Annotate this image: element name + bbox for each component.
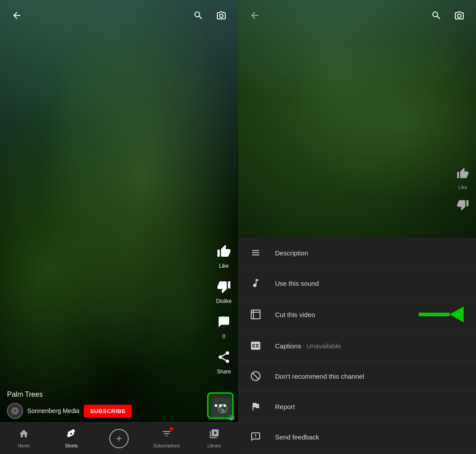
menu-item-send-feedback[interactable]: Send feedback [238, 422, 476, 452]
more-button[interactable] [207, 392, 234, 419]
share-action[interactable]: Share [214, 347, 234, 375]
menu-list: Description Use this sound Cut this vide… [238, 238, 476, 452]
like-action-right[interactable]: Like [457, 167, 469, 190]
top-bar-right [238, 0, 476, 31]
channel-avatar[interactable] [7, 403, 23, 419]
notification-dot [170, 427, 173, 431]
menu-item-description[interactable]: Description [238, 238, 476, 268]
use-sound-icon [249, 276, 263, 290]
cut-video-icon [249, 307, 263, 321]
share-icon [214, 347, 234, 367]
home-icon [19, 428, 29, 442]
green-arrow [419, 306, 465, 322]
top-bar-left [0, 0, 238, 31]
send-feedback-icon [249, 430, 263, 444]
like-label: Like [219, 263, 229, 269]
search-button-right[interactable] [427, 6, 446, 25]
menu-item-cut-video[interactable]: Cut this video [238, 299, 476, 331]
add-icon: + [109, 429, 129, 448]
comment-count: 0 [223, 333, 226, 340]
camera-button[interactable] [212, 6, 231, 25]
arrow-head [450, 306, 464, 322]
like-icon [214, 242, 234, 261]
dont-recommend-label: Don't recommend this channel [275, 373, 465, 380]
left-background [0, 0, 238, 454]
shorts-label: Shorts [65, 443, 78, 448]
share-label: Share [217, 369, 231, 375]
subscriptions-icon [161, 428, 172, 442]
dislike-label: Dislike [216, 298, 231, 304]
search-button[interactable] [189, 6, 208, 25]
more-button-container [207, 392, 234, 419]
menu-item-use-sound[interactable]: Use this sound [238, 268, 476, 299]
cut-video-label: Cut this video [275, 311, 406, 318]
description-icon [249, 246, 263, 260]
library-icon [209, 428, 219, 442]
shorts-icon [66, 428, 77, 442]
svg-rect-0 [251, 310, 260, 319]
arrow-body [419, 313, 450, 316]
subscriptions-label: Subscriptions [153, 443, 180, 448]
home-label: Home [18, 443, 30, 448]
camera-button-right[interactable] [450, 6, 469, 25]
svg-line-4 [253, 373, 259, 379]
dislike-icon-right [457, 199, 469, 214]
description-label: Description [275, 249, 465, 257]
library-label: Library [208, 443, 221, 448]
video-title: Palm Trees [7, 391, 132, 399]
right-actions: Like [457, 167, 469, 214]
comment-icon [214, 312, 234, 332]
captions-icon [249, 339, 263, 353]
report-label: Report [275, 403, 465, 410]
channel-row: Sonnenberg Media SUBSCRIBE [7, 403, 132, 419]
top-bar-right-icons-right [427, 6, 469, 25]
like-action[interactable]: Like [214, 242, 234, 269]
send-feedback-label: Send feedback [275, 433, 465, 441]
dislike-icon [214, 277, 234, 296]
bottom-nav: Home Shorts + Subscriptions Library [0, 422, 238, 454]
menu-item-dont-recommend[interactable]: Don't recommend this channel [238, 361, 476, 391]
channel-info: Palm Trees Sonnenberg Media SUBSCRIBE [7, 391, 132, 419]
right-background [238, 0, 476, 238]
comment-action[interactable]: 0 [214, 312, 234, 340]
back-button-right[interactable] [245, 6, 264, 25]
channel-name[interactable]: Sonnenberg Media [27, 407, 79, 414]
left-panel: Like Dislike 0 Share [0, 0, 238, 454]
menu-item-report[interactable]: Report [238, 391, 476, 422]
right-panel: Like Description Use this sound [238, 0, 476, 454]
nav-home[interactable]: Home [11, 428, 37, 448]
use-sound-label: Use this sound [275, 280, 465, 287]
more-dots [215, 404, 226, 407]
captions-label: Captions · Unavailable [275, 342, 465, 350]
action-buttons: Like Dislike 0 Share [214, 242, 234, 375]
top-bar-right-icons [189, 6, 231, 25]
like-icon-right [457, 167, 469, 183]
nav-subscriptions[interactable]: Subscriptions [153, 428, 180, 448]
report-icon [249, 399, 263, 413]
like-label-right: Like [458, 185, 467, 190]
back-button[interactable] [7, 6, 26, 25]
dislike-action[interactable]: Dislike [214, 277, 234, 304]
dont-recommend-icon [249, 369, 263, 383]
nav-add[interactable]: + [106, 429, 132, 448]
nav-shorts[interactable]: Shorts [58, 428, 85, 448]
subscribe-button[interactable]: SUBSCRIBE [84, 405, 132, 417]
nav-library[interactable]: Library [201, 428, 227, 448]
menu-item-captions[interactable]: Captions · Unavailable [238, 331, 476, 361]
dislike-action-right[interactable] [457, 199, 469, 214]
